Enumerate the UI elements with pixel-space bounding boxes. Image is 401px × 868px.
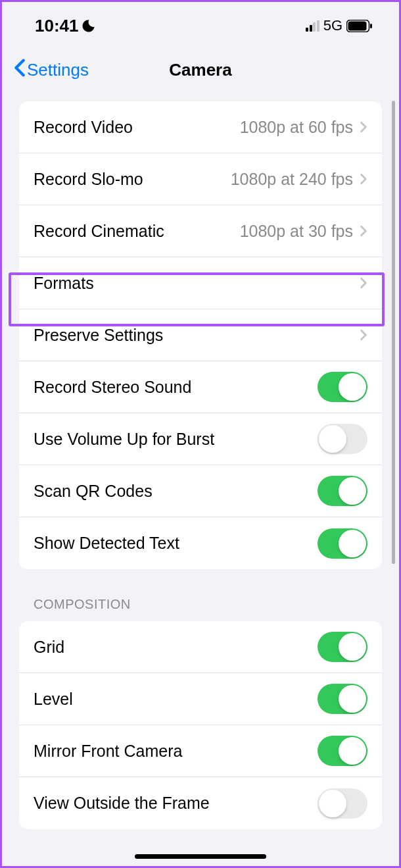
row-record-slomo[interactable]: Record Slo-mo 1080p at 240 fps: [19, 153, 382, 205]
row-label: Show Detected Text: [34, 534, 318, 553]
camera-settings-group: Record Video 1080p at 60 fps Record Slo-…: [19, 101, 382, 569]
section-header-composition: COMPOSITION: [19, 569, 382, 621]
scroll-indicator[interactable]: [392, 101, 395, 564]
chevron-right-icon: [360, 173, 367, 185]
toggle-mirror-front[interactable]: [318, 736, 367, 766]
row-detected-text: Show Detected Text: [19, 517, 382, 569]
row-label: Scan QR Codes: [34, 482, 318, 501]
do-not-disturb-icon: [82, 18, 96, 33]
row-label: View Outside the Frame: [34, 794, 318, 813]
toggle-view-outside-frame[interactable]: [318, 788, 367, 819]
chevron-left-icon: [14, 59, 26, 82]
row-preserve-settings[interactable]: Preserve Settings: [19, 309, 382, 361]
row-formats[interactable]: Formats: [19, 257, 382, 309]
chevron-right-icon: [360, 277, 367, 289]
row-level: Level: [19, 673, 382, 725]
row-value: 1080p at 240 fps: [231, 170, 353, 189]
row-label: Record Slo-mo: [34, 170, 231, 189]
row-record-video[interactable]: Record Video 1080p at 60 fps: [19, 101, 382, 153]
nav-header: Settings Camera: [2, 43, 399, 101]
row-scan-qr: Scan QR Codes: [19, 465, 382, 517]
row-label: Grid: [34, 638, 318, 657]
row-grid: Grid: [19, 621, 382, 673]
row-label: Formats: [34, 274, 360, 293]
row-label: Record Cinematic: [34, 222, 240, 241]
home-indicator[interactable]: [135, 854, 266, 859]
row-label: Record Video: [34, 118, 240, 137]
row-volume-burst: Use Volume Up for Burst: [19, 413, 382, 465]
toggle-record-stereo-sound[interactable]: [318, 372, 367, 402]
page-title: Camera: [169, 60, 231, 80]
back-button[interactable]: Settings: [14, 59, 89, 82]
row-label: Use Volume Up for Burst: [34, 430, 318, 449]
chevron-right-icon: [360, 225, 367, 237]
row-label: Level: [34, 690, 318, 709]
row-label: Mirror Front Camera: [34, 742, 318, 761]
toggle-detected-text[interactable]: [318, 528, 367, 559]
cellular-signal-icon: [306, 20, 319, 32]
row-label: Record Stereo Sound: [34, 378, 318, 397]
svg-rect-1: [348, 21, 367, 30]
row-value: 1080p at 30 fps: [240, 222, 353, 241]
toggle-level[interactable]: [318, 684, 367, 714]
status-bar: 10:41 5G: [2, 2, 399, 43]
row-value: 1080p at 60 fps: [240, 118, 353, 137]
status-time: 10:41: [35, 16, 79, 36]
row-mirror-front: Mirror Front Camera: [19, 725, 382, 777]
toggle-volume-burst[interactable]: [318, 424, 367, 454]
row-view-outside-frame: View Outside the Frame: [19, 777, 382, 829]
back-label: Settings: [27, 60, 89, 80]
battery-icon: [346, 20, 373, 32]
toggle-scan-qr[interactable]: [318, 476, 367, 506]
network-type: 5G: [323, 17, 342, 34]
row-label: Preserve Settings: [34, 326, 360, 345]
svg-rect-2: [370, 24, 372, 28]
chevron-right-icon: [360, 329, 367, 341]
toggle-grid[interactable]: [318, 632, 367, 662]
row-record-stereo-sound: Record Stereo Sound: [19, 361, 382, 413]
row-record-cinematic[interactable]: Record Cinematic 1080p at 30 fps: [19, 205, 382, 257]
composition-group: Grid Level Mirror Front Camera View Outs…: [19, 621, 382, 829]
chevron-right-icon: [360, 121, 367, 133]
